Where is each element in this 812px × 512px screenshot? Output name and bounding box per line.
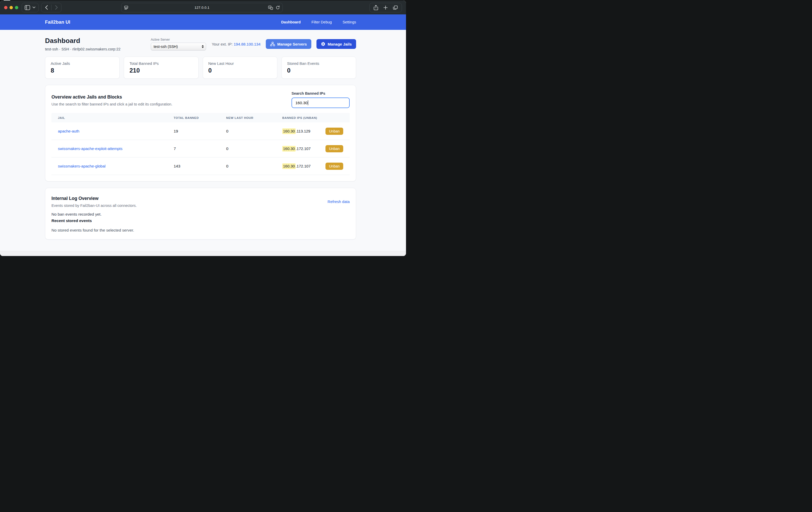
stat-cards: Active Jails 8 Total Banned IPs 210 New … (45, 57, 356, 79)
gear-icon (321, 42, 325, 46)
jail-link[interactable]: swissmakers-apache-exploit-attempts (58, 146, 174, 151)
stat-card-total-banned: Total Banned IPs 210 (124, 57, 198, 79)
toolbar-right-actions (370, 3, 402, 12)
recent-stored-events-title: Recent stored events (52, 219, 350, 223)
stat-label: Total Banned IPs (129, 61, 193, 66)
forward-button[interactable] (52, 3, 61, 12)
manage-servers-button[interactable]: Manage Servers (266, 39, 311, 49)
svg-text:☆: ☆ (271, 7, 273, 9)
ip-match-highlight: 160.30 (282, 129, 296, 134)
zoom-window-button[interactable] (15, 6, 18, 9)
sidebar-icon[interactable] (25, 5, 30, 10)
external-ip-value[interactable]: 194.88.100.134 (234, 42, 260, 46)
overview-card: Overview active Jails and Blocks Use the… (45, 85, 356, 181)
stat-card-active-jails: Active Jails 8 (45, 57, 120, 79)
url-text: 127.0.0.1 (121, 6, 283, 9)
column-header-jail: JAIL (58, 116, 174, 119)
chevron-down-icon[interactable] (32, 6, 35, 8)
page-title: Dashboard (45, 37, 120, 45)
internal-log-card: Internal Log Overview Events stored by F… (45, 188, 356, 239)
traffic-lights (4, 6, 18, 9)
total-banned-value: 7 (174, 146, 226, 151)
nav-settings[interactable]: Settings (343, 20, 356, 24)
table-header-row: JAIL TOTAL BANNED NEW LAST HOUR BANNED I… (52, 113, 350, 122)
search-input-value: 160.30 (295, 101, 308, 105)
banned-ip: 160.30.113.129 (282, 129, 310, 133)
no-stored-events-text: No stored events found for the selected … (52, 228, 350, 233)
banned-ip: 160.30.172.107 (282, 146, 311, 151)
stat-label: Active Jails (51, 61, 114, 66)
address-bar[interactable]: 127.0.0.1 A ☆ (121, 3, 283, 12)
manage-jails-button[interactable]: Manage Jails (316, 39, 356, 49)
tab-overview-icon[interactable] (393, 5, 398, 10)
new-tab-icon[interactable] (383, 5, 388, 10)
total-banned-value: 143 (174, 164, 226, 169)
nav-filter-debug[interactable]: Filter Debug (312, 20, 332, 24)
total-banned-value: 19 (174, 129, 226, 134)
no-ban-events-text: No ban events recorded yet. (52, 212, 350, 217)
jail-link[interactable]: swissmakers-apache-global (58, 164, 174, 168)
history-nav-group (41, 3, 61, 12)
close-window-button[interactable] (4, 6, 7, 9)
overview-title: Overview active Jails and Blocks (52, 91, 172, 100)
column-header-banned-ips: BANNED IPS (UNBAN) (282, 116, 343, 119)
browser-toolbar: 127.0.0.1 A ☆ (0, 1, 406, 15)
search-label: Search Banned IPs (291, 91, 350, 95)
app-header: Fail2ban UI Dashboard Filter Debug Setti… (0, 15, 406, 30)
new-last-hour-value: 0 (226, 146, 282, 151)
stat-label: New Last Hour (208, 61, 272, 66)
unban-button[interactable]: Unban (325, 163, 343, 170)
table-row: apache-auth 19 0 160.30.113.129 Unban (52, 122, 350, 140)
top-nav: Dashboard Filter Debug Settings (281, 20, 356, 24)
stat-card-new-last-hour: New Last Hour 0 (203, 57, 278, 79)
unban-button[interactable]: Unban (325, 127, 343, 135)
jails-table: JAIL TOTAL BANNED NEW LAST HOUR BANNED I… (52, 113, 350, 175)
active-server-group: Active Server test-ssh (SSH) (151, 38, 206, 51)
page-body: Dashboard test-ssh · SSH · rlinfp02.swis… (0, 30, 406, 251)
active-server-select[interactable]: test-ssh (SSH) (151, 43, 206, 51)
ip-rest: .172.107 (296, 164, 311, 168)
external-ip: Your ext. IP: 194.88.100.134 (212, 42, 261, 46)
unban-button[interactable]: Unban (325, 145, 343, 152)
share-icon[interactable] (374, 5, 378, 10)
ip-rest: .113.129 (296, 129, 310, 133)
reload-icon[interactable] (276, 5, 280, 10)
log-subtitle: Events stored by Fail2ban-UI across all … (52, 203, 137, 208)
search-group: Search Banned IPs 160.30 (291, 91, 350, 108)
page-head: Dashboard test-ssh · SSH · rlinfp02.swis… (45, 30, 356, 51)
banned-ip: 160.30.172.107 (282, 164, 311, 168)
external-ip-label: Your ext. IP: (212, 42, 233, 46)
column-header-new-last-hour: NEW LAST HOUR (226, 116, 282, 119)
ip-match-highlight: 160.30 (282, 163, 296, 169)
text-caret (308, 100, 308, 105)
new-last-hour-value: 0 (226, 129, 282, 134)
manage-jails-label: Manage Jails (328, 42, 352, 46)
table-row: swissmakers-apache-exploit-attempts 7 0 … (52, 140, 350, 158)
nav-dashboard[interactable]: Dashboard (281, 20, 301, 24)
back-button[interactable] (41, 3, 51, 12)
table-row: swissmakers-apache-global 143 0 160.30.1… (52, 158, 350, 175)
search-input[interactable]: 160.30 (291, 97, 350, 108)
translate-icon[interactable]: A ☆ (268, 6, 273, 10)
active-server-value: test-ssh (SSH) (154, 45, 178, 49)
log-title: Internal Log Overview (52, 194, 137, 201)
app-brand: Fail2ban UI (45, 20, 70, 25)
minimize-window-button[interactable] (9, 6, 13, 9)
active-server-label: Active Server (151, 38, 206, 41)
stat-value: 8 (51, 67, 114, 74)
new-last-hour-value: 0 (226, 164, 282, 169)
refresh-data-link[interactable]: Refresh data (327, 199, 350, 208)
stat-value: 210 (129, 67, 193, 74)
browser-window: 127.0.0.1 A ☆ (0, 1, 406, 256)
ip-rest: .172.107 (296, 146, 311, 151)
jail-link[interactable]: apache-auth (58, 129, 174, 133)
page-subtitle: test-ssh · SSH · rlinfp02.swissmakers.co… (45, 47, 120, 51)
window-footer (0, 251, 406, 256)
overview-subtitle: Use the search to filter banned IPs and … (52, 102, 172, 106)
column-header-total-banned: TOTAL BANNED (174, 116, 226, 119)
sitemap-icon (270, 42, 275, 46)
stat-value: 0 (208, 67, 272, 74)
stat-value: 0 (287, 67, 350, 74)
stat-card-stored-ban-events: Stored Ban Events 0 (282, 57, 356, 79)
ip-match-highlight: 160.30 (282, 146, 296, 151)
